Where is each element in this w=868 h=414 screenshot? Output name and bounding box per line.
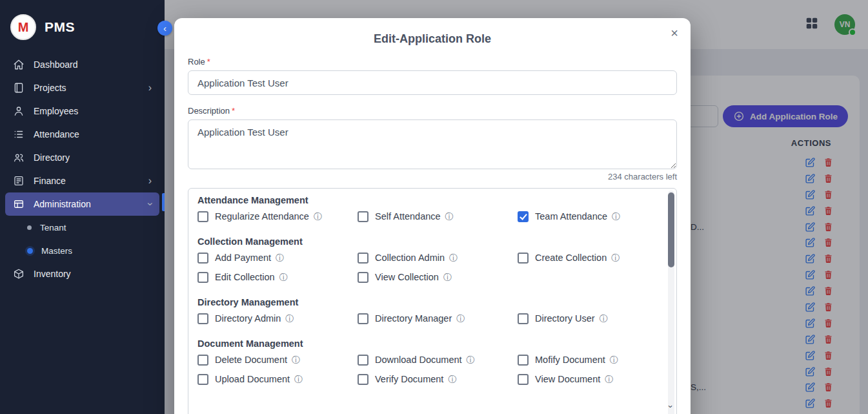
permission-upload-document[interactable]: Upload Document ⓘ	[197, 369, 358, 389]
checkbox-icon[interactable]	[358, 253, 368, 264]
info-icon[interactable]: ⓘ	[612, 212, 620, 221]
required-mark: *	[207, 57, 210, 67]
info-icon[interactable]: ⓘ	[605, 375, 613, 384]
info-icon[interactable]: ⓘ	[285, 315, 294, 323]
sidebar-item-label: Projects	[34, 83, 66, 93]
finance-icon	[13, 175, 25, 187]
permission-add-payment[interactable]: Add Payment ⓘ	[197, 248, 358, 267]
info-icon[interactable]: ⓘ	[294, 375, 303, 384]
permission-edit-collection[interactable]: Edit Collection ⓘ	[197, 267, 358, 287]
sidebar-item-projects[interactable]: Projects ›	[5, 76, 159, 99]
administration-icon	[13, 198, 25, 210]
sidebar-item-label: Directory	[34, 152, 70, 163]
checkbox-icon[interactable]	[197, 253, 208, 264]
sidebar-item-employees[interactable]: Employees	[5, 99, 159, 123]
info-icon[interactable]: ⓘ	[448, 375, 456, 384]
checkbox-icon[interactable]	[358, 211, 368, 222]
sidebar-collapse-button[interactable]: ‹	[157, 21, 172, 36]
permission-regularize-attendance[interactable]: Regularize Attendance ⓘ	[197, 207, 358, 226]
checkbox-icon[interactable]	[358, 374, 368, 385]
info-icon[interactable]: ⓘ	[279, 273, 288, 282]
home-icon	[13, 59, 25, 70]
close-icon[interactable]: ×	[665, 23, 684, 43]
sidebar-subitem-masters[interactable]: Masters	[0, 239, 165, 262]
info-icon[interactable]: ⓘ	[467, 356, 475, 364]
description-input[interactable]: Application Test User	[188, 119, 677, 169]
char-counter: 234 characters left	[188, 172, 677, 181]
scrollbar-thumb[interactable]	[668, 192, 674, 267]
sidebar-item-label: Inventory	[34, 269, 71, 279]
info-icon[interactable]: ⓘ	[456, 315, 465, 323]
permission-view-collection[interactable]: View Collection ⓘ	[358, 267, 518, 287]
dialog-title: Edit-Application Role	[188, 32, 677, 46]
checkbox-icon[interactable]	[197, 313, 208, 324]
permission-view-document[interactable]: View Document ⓘ	[518, 369, 652, 389]
permission-directory-user[interactable]: Directory User ⓘ	[518, 309, 652, 328]
info-icon[interactable]: ⓘ	[314, 212, 322, 221]
sidebar-nav: Dashboard Projects › Employees Attendanc…	[0, 53, 165, 285]
sidebar-item-label: Dashboard	[34, 59, 78, 70]
info-icon[interactable]: ⓘ	[276, 254, 284, 262]
role-label: Role*	[188, 57, 677, 67]
person-icon	[13, 105, 25, 117]
info-icon[interactable]: ⓘ	[600, 315, 608, 323]
permission-directory-manager[interactable]: Directory Manager ⓘ	[358, 309, 518, 328]
people-icon	[13, 152, 25, 163]
info-icon[interactable]: ⓘ	[611, 254, 620, 262]
checkbox-icon[interactable]	[197, 211, 208, 222]
info-icon[interactable]: ⓘ	[443, 273, 452, 282]
permission-delete-document[interactable]: Delete Document ⓘ	[197, 350, 358, 369]
permission-mofify-document[interactable]: Mofify Document ⓘ	[518, 350, 652, 369]
checkbox-icon[interactable]	[358, 272, 368, 283]
checkbox-icon[interactable]	[358, 313, 368, 324]
sidebar-item-label: Employees	[34, 106, 78, 116]
checkbox-icon[interactable]	[197, 272, 208, 283]
checkbox-icon[interactable]	[518, 313, 529, 324]
checkbox-icon[interactable]	[518, 355, 529, 366]
permission-verify-document[interactable]: Verify Document ⓘ	[358, 369, 518, 389]
permission-collection-admin[interactable]: Collection Admin ⓘ	[358, 248, 518, 267]
permission-create-collection[interactable]: Create Collection ⓘ	[518, 248, 652, 267]
permission-group-title: Directory Management	[197, 297, 652, 307]
permission-group: Document Management Delete Document ⓘ Do…	[197, 338, 652, 389]
permission-self-attendance[interactable]: Self Attendance ⓘ	[358, 207, 518, 226]
info-icon[interactable]: ⓘ	[445, 212, 454, 221]
checkbox-icon[interactable]	[197, 355, 208, 366]
permission-directory-admin[interactable]: Directory Admin ⓘ	[197, 309, 358, 328]
inventory-icon	[13, 268, 25, 280]
checkbox-icon[interactable]	[518, 253, 529, 264]
checkbox-icon[interactable]	[358, 355, 368, 366]
sidebar-item-administration[interactable]: Administration ›	[5, 192, 159, 216]
checked-checkbox-icon[interactable]	[518, 211, 529, 222]
sidebar-subitem-label: Tenant	[40, 223, 66, 233]
permission-group: Collection Management Add Payment ⓘ Coll…	[197, 236, 652, 287]
bullet-icon	[27, 225, 32, 230]
info-icon[interactable]: ⓘ	[610, 356, 618, 364]
chevron-right-icon: ›	[148, 83, 152, 93]
active-bullet-icon	[27, 248, 33, 254]
sidebar-item-dashboard[interactable]: Dashboard	[5, 53, 159, 76]
sidebar: M PMS Dashboard Projects › Employees Att…	[0, 0, 165, 414]
info-icon[interactable]: ⓘ	[292, 356, 300, 364]
permission-download-document[interactable]: Download Document ⓘ	[358, 350, 518, 369]
role-input[interactable]	[188, 70, 677, 95]
sidebar-item-directory[interactable]: Directory	[5, 146, 159, 169]
chevron-right-icon: ›	[148, 176, 152, 186]
brand: M PMS	[0, 0, 165, 53]
checkbox-icon[interactable]	[518, 374, 529, 385]
sidebar-item-inventory[interactable]: Inventory	[5, 262, 159, 285]
scroll-down-icon[interactable]: ›	[666, 403, 676, 411]
permissions-panel: Attendance Management Regularize Attenda…	[188, 188, 677, 414]
required-mark: *	[232, 106, 235, 116]
permission-group: Attendance Management Regularize Attenda…	[197, 195, 652, 226]
app-name: PMS	[45, 19, 75, 35]
sidebar-item-attendance[interactable]: Attendance	[5, 123, 159, 146]
info-icon[interactable]: ⓘ	[449, 254, 458, 262]
permission-team-attendance[interactable]: Team Attendance ⓘ	[518, 207, 652, 226]
checkbox-icon[interactable]	[197, 374, 208, 385]
permission-group-title: Attendance Management	[197, 195, 652, 205]
sidebar-subitem-label: Masters	[41, 246, 72, 256]
permission-group-title: Document Management	[197, 338, 652, 349]
sidebar-subitem-tenant[interactable]: Tenant	[0, 216, 165, 239]
sidebar-item-finance[interactable]: Finance ›	[5, 169, 159, 192]
